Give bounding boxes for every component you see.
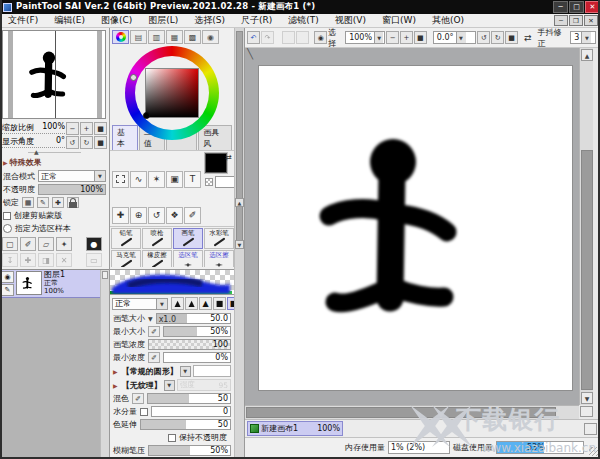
- scratchpad-panel-button[interactable]: ◉: [202, 30, 219, 44]
- close-button[interactable]: ✕: [585, 1, 600, 13]
- menu-item[interactable]: 滤镜(T): [280, 14, 327, 28]
- scroll-down-button[interactable]: ▼: [581, 392, 593, 404]
- navigator-zoom-in-button[interactable]: +: [80, 122, 93, 135]
- blend-mode-select[interactable]: 正常 ▼: [38, 170, 106, 182]
- pen-pressure-icon[interactable]: ✐: [148, 326, 160, 337]
- minimize-button[interactable]: ─: [553, 1, 568, 13]
- menu-item[interactable]: 视图(V): [327, 14, 374, 28]
- layer-edit-icon[interactable]: ✎: [1, 284, 14, 296]
- edge-shape-button[interactable]: ■: [213, 297, 226, 310]
- menu-item[interactable]: 图层(L): [140, 14, 186, 28]
- clear-layer-button[interactable]: ◨: [38, 253, 54, 267]
- maximize-button[interactable]: □: [569, 1, 584, 13]
- scrollbar-thumb[interactable]: [246, 407, 556, 418]
- foreground-color-swatch[interactable]: [205, 153, 227, 173]
- color-wheel[interactable]: [110, 44, 234, 123]
- navigator-angle-reset-button[interactable]: ■: [94, 136, 107, 149]
- keep-opacity-checkbox[interactable]: [168, 434, 176, 442]
- brush-cell[interactable]: 选区擦: [204, 250, 234, 267]
- clipping-mask-row[interactable]: 创建剪贴蒙版: [0, 209, 109, 222]
- brush-cell[interactable]: 橡皮擦: [142, 250, 172, 267]
- deselect-button[interactable]: [282, 31, 295, 44]
- invert-selection-button[interactable]: [296, 31, 309, 44]
- navigator-zoom-out-button[interactable]: −: [66, 122, 79, 135]
- lock-draw-icon[interactable]: ✎: [37, 197, 49, 208]
- select-move-tool[interactable]: ▣: [166, 171, 183, 188]
- eyedropper-tool[interactable]: ✐: [184, 207, 201, 224]
- navigator-rotate-ccw-button[interactable]: ↺: [66, 136, 79, 149]
- transparent-color-swatch[interactable]: [205, 178, 213, 186]
- selection-sample-radio[interactable]: [3, 224, 12, 233]
- scrollbar-thumb[interactable]: [236, 31, 243, 246]
- zoom-reset-button[interactable]: ■: [414, 31, 427, 44]
- rgb-slider-panel-button[interactable]: ▤: [130, 30, 147, 44]
- pen-pressure-icon[interactable]: ✐: [148, 352, 160, 363]
- delete-layer-button[interactable]: ✕: [56, 253, 72, 267]
- chevron-down-icon[interactable]: ▼: [148, 315, 153, 322]
- layer-effect-button[interactable]: ✦: [56, 237, 72, 251]
- edge-shape-button[interactable]: ▲: [199, 297, 212, 310]
- background-color-swatch[interactable]: [215, 176, 235, 188]
- brush-cell[interactable]: 喷枪: [142, 228, 172, 249]
- special-effects-header[interactable]: ▶ 特殊效果: [0, 156, 109, 169]
- keep-opacity-row[interactable]: 保持不透明度: [110, 431, 234, 444]
- new-folder-button[interactable]: ▱: [38, 237, 54, 251]
- show-selection-eye-icon[interactable]: ◉: [314, 31, 327, 44]
- corner-button[interactable]: [580, 406, 593, 417]
- angle-reset-button[interactable]: ■: [505, 31, 518, 44]
- edge-shape-button[interactable]: ▲: [171, 297, 184, 310]
- tool-tab[interactable]: 基本: [112, 125, 138, 150]
- brush-cell[interactable]: 铅笔: [111, 228, 141, 249]
- new-layer-button[interactable]: ▢: [2, 237, 18, 251]
- min-size-slider[interactable]: 50%: [163, 326, 231, 337]
- rotate-ccw-button[interactable]: ↺: [477, 31, 490, 44]
- blur-pressure-slider[interactable]: 50%: [148, 445, 231, 456]
- brush-cell[interactable]: 画笔: [173, 228, 203, 249]
- lock-transparency-icon[interactable]: ▦: [22, 197, 34, 208]
- 图层1[interactable]: ◉ ✎: [0, 270, 109, 298]
- water-checkbox[interactable]: [140, 408, 148, 416]
- menu-item[interactable]: 编辑(E): [46, 14, 93, 28]
- brush-size-slider[interactable]: x1.0 50.0: [156, 313, 231, 324]
- layer-visibility-icon[interactable]: ◉: [1, 271, 14, 283]
- canvas-viewport[interactable]: ╲: [245, 48, 579, 405]
- pen-pressure-icon[interactable]: ✐: [132, 393, 144, 404]
- menu-item[interactable]: 图像(C): [93, 14, 140, 28]
- selection-sample-row[interactable]: 指定为选区样本: [0, 222, 109, 235]
- density-slider[interactable]: 100: [148, 339, 231, 350]
- mdi-close-button[interactable]: ✕: [584, 15, 598, 26]
- lock-all-icon[interactable]: [67, 197, 79, 208]
- mix-slider[interactable]: 50: [147, 393, 231, 404]
- title-bar[interactable]: PaintTool SAI Ver.2 (64bit) Preview.2021…: [0, 0, 600, 14]
- merge-down-button[interactable]: ✚: [20, 253, 36, 267]
- brush-grid-scroll-up[interactable]: ▲: [235, 198, 244, 207]
- swatch-panel-button[interactable]: ▩: [184, 30, 201, 44]
- vertical-scrollbar[interactable]: ▲ ▼: [579, 48, 593, 405]
- horizontal-scrollbar[interactable]: [245, 405, 579, 419]
- mdi-minimize-button[interactable]: ─: [554, 15, 568, 26]
- magic-wand-tool[interactable]: ✶: [148, 171, 165, 188]
- tool-panel-scrollbar[interactable]: ▲ ▼: [234, 28, 244, 457]
- zoom-select[interactable]: 100% ▼: [345, 31, 385, 44]
- layer-mask-button[interactable]: ●: [86, 237, 102, 251]
- clipping-mask-checkbox[interactable]: [3, 212, 11, 220]
- saturation-value-square[interactable]: [145, 68, 199, 118]
- swap-colors-icon[interactable]: ⇄: [225, 153, 232, 162]
- layer-list-scrollbar[interactable]: [100, 270, 109, 457]
- menu-item[interactable]: 其他(O): [424, 14, 472, 28]
- texture-select[interactable]: ▼: [164, 380, 175, 391]
- angle-select[interactable]: 0.0° ▼: [433, 31, 477, 44]
- scrollbar-thumb[interactable]: [581, 150, 593, 390]
- undo-button[interactable]: ↶: [247, 31, 260, 44]
- menu-item[interactable]: 尺子(R): [233, 14, 280, 28]
- scroll-up-button[interactable]: ▲: [581, 49, 593, 61]
- copy-layer-button[interactable]: ▭: [86, 253, 102, 267]
- hand-tool[interactable]: ❖: [166, 207, 183, 224]
- lasso-tool[interactable]: ∿: [130, 171, 147, 188]
- tool-tab[interactable]: 画具风: [198, 125, 232, 150]
- menu-item[interactable]: 选择(S): [186, 14, 233, 28]
- zoom-out-button[interactable]: −: [386, 31, 399, 44]
- water-slider[interactable]: 0: [151, 406, 231, 417]
- rotate-view-tool[interactable]: ↺: [148, 207, 165, 224]
- rotate-cw-button[interactable]: ↻: [491, 31, 504, 44]
